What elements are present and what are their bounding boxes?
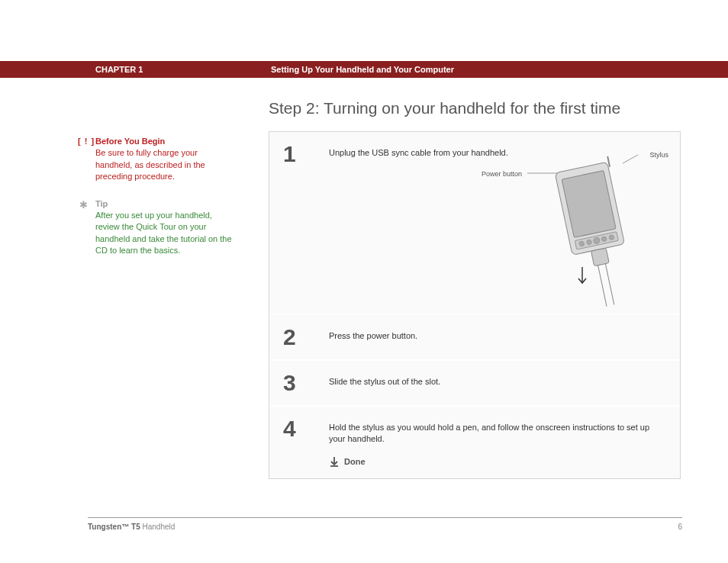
stylus-label: Stylus (649, 151, 668, 159)
chapter-header: CHAPTER 1 Setting Up Your Handheld and Y… (0, 61, 728, 78)
step-row: 3 Slide the stylus out of the slot. (269, 361, 680, 407)
done-marker: Done (329, 456, 666, 468)
step-text: Press the power button. (329, 326, 666, 349)
svg-rect-11 (591, 248, 610, 266)
sidebar: [ ! ] Before You Begin Be sure to fully … (76, 136, 237, 272)
alert-icon: [ ! ] (78, 136, 95, 147)
svg-line-13 (605, 264, 614, 305)
handheld-illustration: Power button Stylus (520, 147, 665, 307)
power-button-label: Power button (482, 170, 522, 178)
step4-text: Hold the stylus as you would hold a pen,… (329, 423, 649, 443)
step-number: 1 (283, 143, 329, 303)
content: Step 2: Turning on your handheld for the… (76, 92, 682, 510)
step-row: 2 Press the power button. (269, 315, 680, 361)
asterisk-icon: ✱ (79, 198, 88, 212)
step-number: 2 (283, 326, 329, 349)
page-heading: Step 2: Turning on your handheld for the… (269, 99, 620, 117)
product-bold: Tungsten™ T5 (88, 523, 140, 531)
svg-line-1 (623, 155, 638, 163)
step-row: 4 Hold the stylus as you would hold a pe… (269, 407, 680, 478)
step-text: Slide the stylus out of the slot. (329, 372, 666, 394)
step-number: 3 (283, 372, 329, 394)
product-rest: Handheld (140, 523, 176, 531)
page-number: 6 (678, 523, 682, 531)
steps-table: 1 Unplug the USB sync cable from your ha… (269, 131, 681, 479)
step-text: Hold the stylus as you would hold a pen,… (329, 417, 666, 468)
tip-body: After you set up your handheld, review t… (95, 211, 232, 255)
before-you-begin-block: [ ! ] Before You Begin Be sure to fully … (76, 136, 237, 183)
step-number: 4 (283, 417, 329, 468)
tip-block: ✱ Tip After you set up your handheld, re… (76, 198, 237, 257)
chapter-title: Setting Up Your Handheld and Your Comput… (271, 65, 454, 74)
done-arrow-icon (329, 456, 340, 467)
before-title: Before You Begin (95, 137, 165, 146)
tip-title: Tip (95, 199, 108, 208)
product-name: Tungsten™ T5 Handheld (88, 523, 175, 531)
step-row: 1 Unplug the USB sync cable from your ha… (269, 132, 680, 315)
page-footer: Tungsten™ T5 Handheld 6 (88, 517, 682, 531)
done-label: Done (344, 456, 366, 468)
svg-line-12 (598, 265, 607, 307)
before-body: Be sure to fully charge your handheld, a… (95, 148, 205, 181)
chapter-number: CHAPTER 1 (95, 65, 143, 74)
